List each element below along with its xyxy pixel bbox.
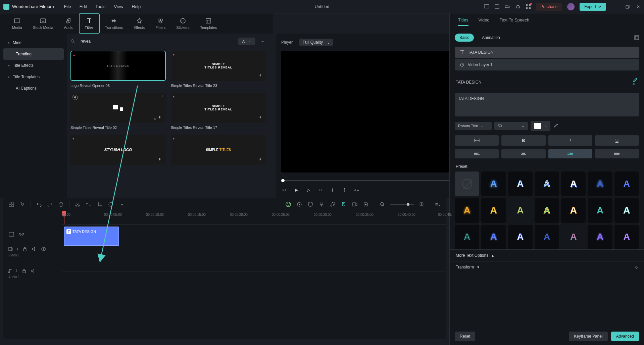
reset-button[interactable]: Reset [455, 332, 475, 341]
preset-item[interactable]: A [535, 225, 559, 249]
text-tool-icon[interactable]: ⌄ [86, 201, 92, 207]
timeline-clip[interactable]: TTATA DESIGN ♦ [64, 227, 119, 246]
font-color-picker[interactable]: ⌄ [531, 121, 550, 131]
text-content-input[interactable]: TATA DESIGN [455, 93, 639, 116]
export-button[interactable]: Export [580, 3, 606, 11]
preset-none[interactable] [455, 171, 479, 196]
grid-item[interactable]: SIMPLE TITLES♦⬇ [171, 135, 266, 165]
mute-icon[interactable] [31, 246, 37, 252]
menu-tools[interactable]: Tools [95, 4, 105, 9]
grid-item[interactable]: STYLISH LOGO♦⬇ [70, 135, 166, 165]
layer-item-video[interactable]: Video Layer 1 [455, 59, 639, 70]
tab-audio[interactable]: Audio [59, 13, 79, 34]
layer-item-text[interactable]: TATA DESIGN [455, 47, 639, 58]
window-close[interactable]: ✕ [636, 4, 641, 9]
menu-file[interactable]: File [64, 4, 71, 9]
tab-media[interactable]: Media [7, 13, 28, 34]
rp-tab-titles[interactable]: Titles [458, 17, 468, 26]
shield-icon[interactable] [307, 201, 313, 207]
zoom-thumb[interactable] [407, 203, 409, 206]
keyframe-diamond-icon[interactable]: ◇ [635, 265, 638, 269]
lock-icon[interactable] [22, 246, 28, 252]
preset-item[interactable]: A [508, 225, 533, 249]
headset-icon[interactable] [515, 4, 521, 9]
preset-item[interactable]: A [455, 225, 479, 249]
sidebar-item-trending[interactable]: Trending [3, 48, 64, 60]
rp-subtab-basic[interactable]: Basic [455, 34, 474, 42]
purchase-button[interactable]: Purchase [536, 3, 562, 11]
preset-item[interactable]: A [614, 198, 639, 223]
tab-transitions[interactable]: Transitions [100, 13, 128, 34]
grid-item[interactable]: SIMPLE TITLES REVEAL♦⬇ Simple Titles Rev… [171, 51, 266, 88]
preset-item[interactable]: A [588, 198, 612, 223]
marker-icon[interactable] [363, 201, 369, 207]
preset-item[interactable]: A [535, 198, 559, 223]
more-tools-icon[interactable]: » [119, 201, 125, 207]
save-icon[interactable] [494, 4, 500, 9]
track-area[interactable]: 00:00 00:00:05:00 00:00:10:00 00:00:15:0… [62, 211, 446, 325]
zoom-out-icon[interactable] [379, 201, 385, 207]
preset-item[interactable]: A [614, 225, 639, 249]
mark-out-icon[interactable]: } [342, 187, 348, 193]
align-left-button[interactable] [455, 149, 499, 158]
visibility-icon[interactable] [41, 246, 47, 252]
delete-icon[interactable] [58, 201, 64, 207]
favorite-icon[interactable]: ☆ [153, 117, 156, 121]
window-minimize[interactable]: ─ [614, 4, 619, 9]
color-palette-icon[interactable] [108, 201, 114, 207]
preset-item[interactable]: A [535, 171, 559, 196]
mic-icon[interactable] [318, 201, 325, 207]
stop-icon[interactable]: □ [317, 187, 324, 193]
sidebar-item-mine[interactable]: ▸Mine [3, 37, 64, 48]
filter-dropdown[interactable]: All [238, 38, 255, 45]
grid-item[interactable]: TATA DESIGN♦ Logo Reveal Opener 05 [70, 51, 166, 88]
font-family-dropdown[interactable]: Roboto Thin⌄ [455, 122, 492, 130]
rp-tab-video[interactable]: Video [479, 17, 490, 26]
layout-icon[interactable] [8, 201, 14, 207]
preset-item[interactable]: A [481, 198, 506, 223]
grid-item[interactable]: ⊕⋮☆⬇ Simple Titles Reveal Title 02 [70, 93, 166, 130]
advanced-button[interactable]: Advanced [611, 332, 639, 341]
preset-item[interactable]: A [588, 225, 612, 249]
transform-toggle[interactable]: Transform▾◇ [450, 261, 644, 273]
download-icon[interactable]: ⬇ [259, 157, 264, 163]
magnet-icon[interactable] [341, 201, 347, 207]
zoom-in-icon[interactable] [419, 201, 425, 207]
lock-icon[interactable] [21, 268, 27, 274]
tab-titles[interactable]: Titles [79, 13, 100, 34]
tab-filters[interactable]: Filters [150, 13, 171, 34]
undo-icon[interactable] [36, 201, 42, 207]
record-icon[interactable] [352, 201, 358, 207]
video-track-lane[interactable]: TTATA DESIGN ♦ [62, 225, 446, 248]
tab-templates[interactable]: Templates [195, 13, 222, 34]
user-avatar[interactable] [567, 3, 575, 10]
zoom-slider[interactable] [390, 204, 414, 205]
expand-panel-icon[interactable] [634, 35, 639, 40]
preset-item[interactable]: A [561, 171, 586, 196]
download-icon[interactable]: ⬇ [158, 157, 164, 163]
tab-effects[interactable]: Effects [128, 13, 150, 34]
track-thumb-icon[interactable] [8, 231, 14, 237]
more-text-options-toggle[interactable]: More Text Options▴ [450, 249, 644, 261]
music-note-icon[interactable] [330, 201, 336, 207]
ratio-dropdown[interactable]: ⌄ [354, 187, 360, 193]
selection-tool-icon[interactable] [19, 201, 26, 207]
preset-item[interactable]: A [481, 171, 506, 196]
preset-item[interactable]: A [508, 171, 533, 196]
keyframe-panel-button[interactable]: Keyframe Panel [569, 332, 607, 341]
preset-item[interactable]: A [508, 198, 533, 223]
display-icon[interactable] [484, 4, 489, 9]
italic-button[interactable]: I [548, 135, 592, 146]
play-clip-icon[interactable]: ▷ [305, 187, 311, 193]
menu-help[interactable]: Help [132, 4, 141, 9]
underline-button[interactable]: U [595, 135, 639, 146]
mark-in-icon[interactable]: { [330, 187, 336, 193]
preset-item[interactable]: A [614, 171, 639, 196]
track-height-icon[interactable]: ⌄ [435, 201, 441, 207]
timeline-ruler[interactable]: 00:00 00:00:05:00 00:00:10:00 00:00:15:0… [62, 211, 446, 225]
download-icon[interactable]: ⬇ [259, 73, 264, 79]
scrub-thumb[interactable] [281, 179, 285, 182]
redo-icon[interactable] [47, 201, 53, 207]
menu-edit[interactable]: Edit [80, 4, 87, 9]
rp-subtab-animation[interactable]: Animation [477, 34, 504, 42]
